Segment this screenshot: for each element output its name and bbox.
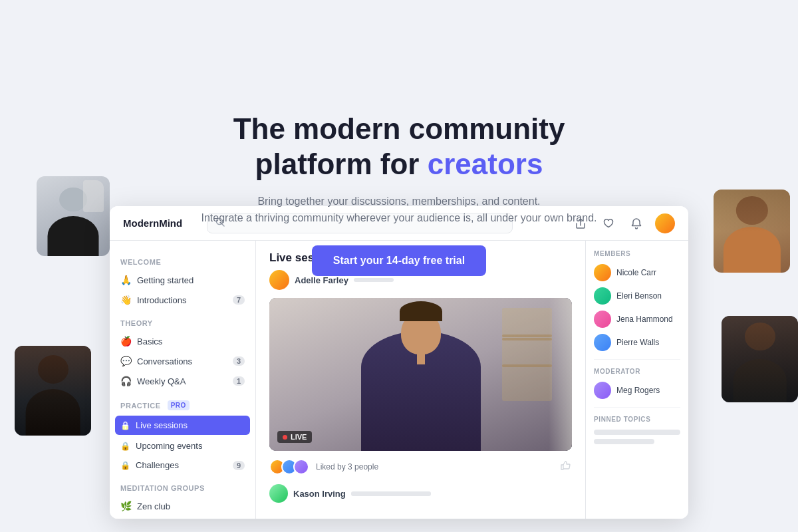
- likes-row: Liked by 3 people: [269, 459, 572, 475]
- live-label: LIVE: [291, 433, 307, 441]
- weekly-qa-label: Weekly Q&A: [137, 376, 227, 386]
- panel-divider-2: [594, 407, 680, 408]
- zen-club-icon: 🌿: [120, 501, 132, 511]
- zen-club-label: Zen club: [137, 501, 245, 511]
- challenges-label: Challenges: [136, 460, 227, 470]
- member-name-meg: Meg Rogers: [616, 386, 660, 395]
- upcoming-events-label: Upcoming events: [136, 441, 245, 451]
- live-badge: LIVE: [277, 431, 312, 443]
- sidebar-section-meditation: Meditation Groups 🌿 Zen club ⛰️ Koan way…: [110, 477, 255, 519]
- member-name-jena: Jena Hammond: [616, 315, 673, 324]
- pro-badge: PRO: [168, 400, 190, 410]
- hero-subtitle: Bring together your discussions, members…: [13, 193, 785, 227]
- sidebar-item-weekly-qa[interactable]: 🎧 Weekly Q&A 1: [110, 371, 255, 391]
- conversations-label: Conversations: [137, 356, 227, 366]
- floating-avatar-br: [722, 316, 798, 402]
- comment-avatar: [269, 484, 288, 503]
- commenter-name: Kason Irving: [293, 489, 346, 499]
- video-container[interactable]: LIVE: [269, 298, 572, 451]
- live-sessions-icon: 🔒: [120, 421, 130, 430]
- member-avatar-jena: [594, 311, 611, 328]
- cta-button[interactable]: Start your 14-day free trial: [312, 245, 486, 276]
- sidebar-item-koan-way[interactable]: ⛰️ Koan way: [110, 516, 255, 519]
- pinned-bar-1: [594, 430, 680, 435]
- challenges-badge: 9: [233, 461, 245, 470]
- sidebar-section-practice: Practice PRO 🔒 Live sessions 🔒 Upcoming …: [110, 394, 255, 475]
- sidebar-item-challenges[interactable]: 🔒 Challenges 9: [110, 456, 255, 475]
- comment-bar: [351, 491, 431, 496]
- conversations-badge: 3: [233, 356, 245, 366]
- challenges-lock-icon: 🔒: [120, 461, 130, 470]
- hero-title: The modern community platform for creato…: [13, 112, 785, 182]
- basics-label: Basics: [137, 336, 245, 346]
- conversations-icon: 💬: [120, 356, 132, 366]
- member-avatar-pierre: [594, 334, 611, 351]
- live-dot: [283, 435, 287, 440]
- sidebar-label-practice: Practice PRO: [110, 394, 255, 414]
- hero-title-line1: The modern community: [233, 112, 565, 145]
- moderator-label: MODERATOR: [594, 368, 680, 375]
- video-inner: [269, 298, 572, 451]
- pinned-bar-2: [594, 439, 654, 444]
- sidebar-item-upcoming-events[interactable]: 🔒 Upcoming events: [110, 436, 255, 456]
- sidebar-item-live-sessions[interactable]: 🔒 Live sessions: [115, 416, 250, 435]
- sidebar-label-meditation: Meditation Groups: [110, 477, 255, 496]
- sidebar-item-basics[interactable]: 🍎 Basics: [110, 331, 255, 351]
- member-name-pierre: Pierre Walls: [616, 338, 659, 347]
- like-button[interactable]: [560, 460, 572, 475]
- hero-subtitle-line2: Integrate a thriving community wherever …: [201, 212, 597, 223]
- sidebar-item-conversations[interactable]: 💬 Conversations 3: [110, 351, 255, 371]
- like-avatar-3: [293, 459, 309, 475]
- hero-title-line2: platform for: [255, 148, 428, 180]
- live-sessions-label: Live sessions: [136, 420, 245, 430]
- basics-icon: 🍎: [120, 336, 132, 346]
- upcoming-events-lock-icon: 🔒: [120, 442, 130, 451]
- member-row-pierre: Pierre Walls: [594, 334, 680, 351]
- panel-divider-1: [594, 359, 680, 360]
- sidebar-label-theory: Theory: [110, 313, 255, 331]
- weekly-qa-badge: 1: [233, 376, 245, 386]
- comment-row: Kason Irving: [269, 484, 572, 503]
- member-row-jena: Jena Hammond: [594, 311, 680, 328]
- hero-subtitle-line1: Bring together your discussions, members…: [257, 196, 540, 207]
- hero-section: The modern community platform for creato…: [0, 80, 798, 297]
- pinned-topics-label: PINNED TOPICS: [594, 416, 680, 423]
- like-avatars: [269, 459, 309, 475]
- member-avatar-meg: [594, 382, 611, 399]
- sidebar-section-theory: Theory 🍎 Basics 💬 Conversations 3 🎧 Week…: [110, 313, 255, 391]
- weekly-qa-icon: 🎧: [120, 376, 132, 386]
- member-row-meg: Meg Rogers: [594, 382, 680, 399]
- hero-title-highlight: creators: [428, 148, 543, 180]
- floating-avatar-bl: [15, 346, 91, 436]
- likes-text: Liked by 3 people: [316, 462, 378, 471]
- sidebar-item-zen-club[interactable]: 🌿 Zen club: [110, 496, 255, 516]
